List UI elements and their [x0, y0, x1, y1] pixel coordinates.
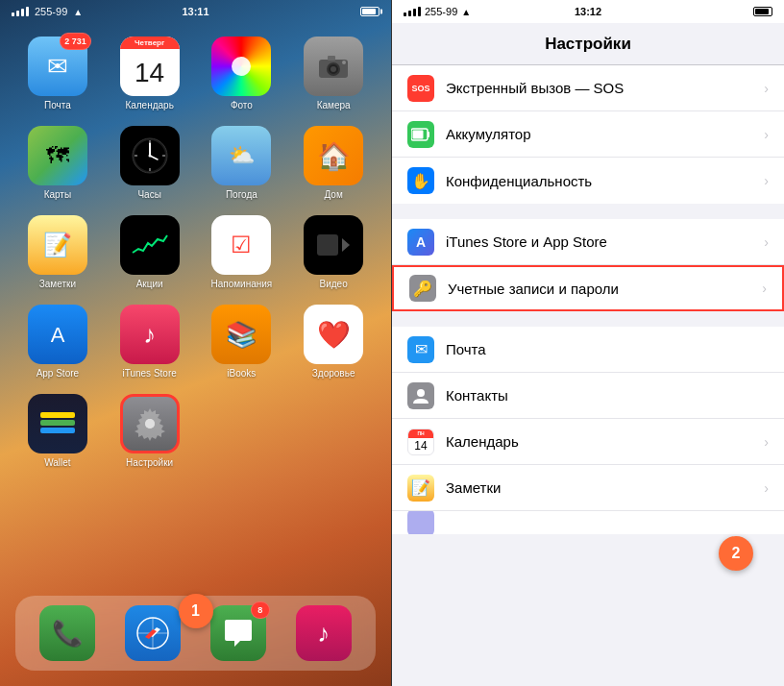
health-label: Здоровье	[312, 368, 355, 379]
settings-section-2: A iTunes Store и App Store › 🔑 Учетные з…	[392, 219, 784, 311]
time-display-left: 13:11	[182, 6, 208, 17]
messages-badge: 8	[251, 601, 270, 619]
svg-point-3	[331, 66, 336, 72]
settings-row-sos[interactable]: SOS Экстренный вызов — SOS ›	[392, 65, 784, 111]
dock-phone[interactable]: 📞	[39, 605, 95, 661]
settings-row-contacts[interactable]: Контакты	[392, 373, 784, 419]
app-home[interactable]: 🏠 Дом	[291, 126, 376, 200]
app-notes[interactable]: 📝 Заметки	[15, 215, 100, 289]
photos-icon	[211, 37, 271, 96]
accounts-arrow: ›	[762, 281, 767, 296]
svg-rect-20	[40, 428, 75, 433]
app-videos[interactable]: Видео	[291, 215, 376, 289]
phone-icon: 📞	[39, 605, 95, 661]
carrier-right: 255-99	[425, 6, 457, 17]
camera-label: Камера	[317, 100, 351, 110]
settings-row-calendar[interactable]: ПН 14 Календарь ›	[392, 419, 784, 465]
app-calendar[interactable]: Четверг 14 Календарь	[108, 37, 192, 110]
battery-label: Аккумулятор	[446, 126, 764, 142]
settings-row-accounts[interactable]: 🔑 Учетные записи и пароли ›	[392, 265, 784, 311]
maps-icon: 🗺	[28, 126, 87, 185]
time-right: 13:12	[575, 6, 601, 17]
app-weather[interactable]: ⛅ Погода	[200, 126, 284, 200]
settings-row-privacy[interactable]: ✋ Конфиденциальность ›	[392, 158, 784, 204]
settings-list: SOS Экстренный вызов — SOS › Аккумулятор…	[392, 65, 784, 686]
safari-icon	[125, 605, 181, 661]
sos-label: Экстренный вызов — SOS	[446, 80, 764, 96]
app-maps[interactable]: 🗺 Карты	[15, 126, 100, 200]
svg-rect-29	[413, 130, 424, 138]
maps-label: Карты	[44, 189, 72, 200]
itunes-appstore-icon: A	[407, 229, 434, 256]
home-icon: 🏠	[304, 126, 363, 185]
calendar-date: 14	[120, 49, 180, 96]
settings-icon	[120, 394, 180, 453]
app-ibooks[interactable]: 📚 iBooks	[200, 305, 284, 379]
svg-point-31	[417, 389, 425, 397]
dock-music[interactable]: ♪	[296, 605, 352, 661]
accounts-label: Учетные записи и пароли	[448, 281, 762, 297]
notes-icon: 📝	[28, 215, 87, 275]
health-icon: ❤️	[304, 305, 363, 364]
settings-row-battery[interactable]: Аккумулятор ›	[392, 111, 784, 158]
separator-2	[392, 311, 784, 327]
music-icon: ♪	[296, 605, 352, 661]
battery-row-icon	[407, 121, 434, 148]
svg-point-10	[148, 155, 151, 158]
notes-row-arrow: ›	[764, 480, 769, 496]
settings-nav-bar: Настройки	[392, 23, 784, 65]
privacy-arrow: ›	[764, 173, 769, 188]
app-clock[interactable]: Часы	[108, 126, 192, 200]
signal-bars-right	[404, 7, 421, 16]
app-health[interactable]: ❤️ Здоровье	[291, 305, 376, 379]
calendar-icon: Четверг 14	[120, 37, 180, 96]
itunes-arrow: ›	[764, 234, 769, 250]
itunes-label: iTunes Store	[122, 368, 176, 379]
battery-right	[753, 7, 772, 16]
contacts-icon	[407, 382, 434, 409]
step-badge-2: 2	[719, 536, 753, 571]
settings-row-partial	[392, 511, 784, 534]
ibooks-icon: 📚	[211, 305, 271, 364]
settings-section-1: SOS Экстренный вызов — SOS › Аккумулятор…	[392, 65, 784, 204]
settings-row-notes[interactable]: 📝 Заметки ›	[392, 465, 784, 511]
dock-safari[interactable]	[125, 605, 181, 661]
app-wallet[interactable]: Wallet	[15, 394, 100, 468]
reminders-label: Напоминания	[210, 279, 272, 289]
svg-rect-4	[328, 56, 335, 61]
settings-row-mail[interactable]: ✉ Почта	[392, 327, 784, 373]
app-itunes[interactable]: ♪ iTunes Store	[108, 305, 192, 379]
app-reminders[interactable]: ☑ Напоминания	[200, 215, 284, 289]
svg-text:A: A	[51, 323, 65, 347]
signal-area-right: 255-99 ▲	[404, 6, 471, 17]
wallet-icon	[28, 394, 87, 453]
battery-icon-left	[360, 7, 380, 16]
svg-rect-19	[40, 420, 75, 426]
stocks-icon	[120, 215, 180, 275]
privacy-icon: ✋	[407, 167, 434, 194]
clock-icon	[120, 126, 180, 185]
appstore-icon: A	[28, 305, 87, 364]
svg-point-5	[342, 61, 346, 64]
notes-row-label: Заметки	[446, 479, 764, 496]
mail-badge: 2 731	[60, 33, 91, 50]
appstore-label: App Store	[37, 368, 79, 379]
accounts-icon: 🔑	[409, 275, 436, 302]
mail-row-label: Почта	[446, 341, 769, 357]
settings-row-itunes[interactable]: A iTunes Store и App Store ›	[392, 219, 784, 265]
dock-messages[interactable]: 8	[210, 605, 266, 661]
app-camera[interactable]: Камера	[291, 37, 376, 110]
calendar-row-icon: ПН 14	[407, 429, 434, 455]
app-mail[interactable]: ✉ 2 731 Почта	[15, 37, 100, 110]
settings-section-3: ✉ Почта Контакты ПН 1	[392, 327, 784, 534]
mail-row-icon: ✉	[407, 336, 434, 363]
wifi-icon: ▲	[73, 7, 83, 17]
wifi-icon-right: ▲	[461, 7, 471, 17]
app-settings[interactable]: Настройки	[108, 394, 192, 468]
weather-icon: ⛅	[211, 126, 271, 185]
svg-marker-16	[342, 238, 350, 252]
app-stocks[interactable]: Акции	[108, 215, 192, 289]
app-appstore[interactable]: A App Store	[15, 305, 100, 379]
app-photos[interactable]: Фото	[200, 37, 284, 110]
calendar-label: Календарь	[125, 100, 173, 110]
